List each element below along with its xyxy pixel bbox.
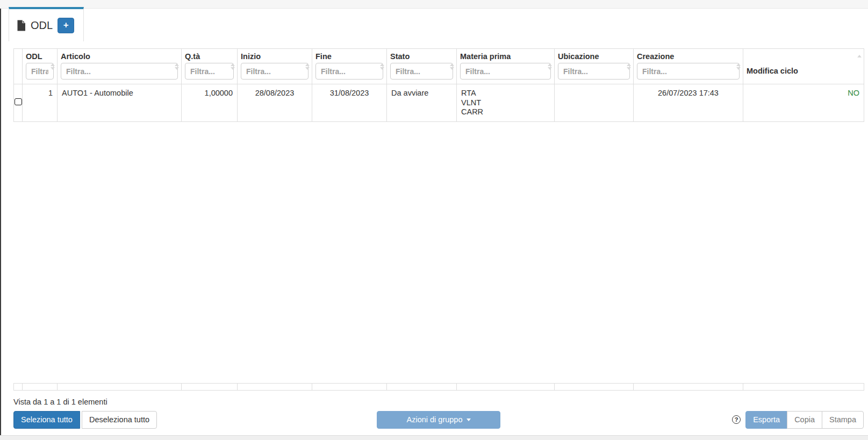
- cell-creazione: 26/07/2023 17:43: [634, 84, 743, 122]
- column-label-modifica-ciclo: Modifica ciclo: [743, 67, 864, 75]
- materia-prima-item: RTA: [461, 89, 550, 98]
- help-icon[interactable]: ?: [732, 415, 741, 424]
- cell-fine: 31/08/2023: [312, 84, 387, 122]
- row-checkbox[interactable]: [15, 98, 22, 105]
- cell-materia-prima: RTA VLNT CARR: [457, 84, 555, 122]
- cell-modifica-ciclo: NO: [743, 84, 864, 122]
- column-header-stato[interactable]: Stato: [387, 49, 457, 84]
- column-label-articolo: Articolo: [58, 52, 181, 61]
- filter-input-odl[interactable]: [26, 63, 54, 80]
- column-label-creazione: Creazione: [634, 52, 743, 61]
- window-edge: [0, 0, 1, 440]
- sort-icon[interactable]: [380, 63, 384, 70]
- select-all-button[interactable]: Seleziona tutto: [13, 411, 80, 429]
- column-header-creazione[interactable]: Creazione: [634, 49, 743, 84]
- column-label-qta: Q.tà: [182, 52, 237, 61]
- tab-title: ODL: [31, 19, 53, 32]
- cell-qta: 1,00000: [182, 84, 238, 122]
- column-header-modifica-ciclo[interactable]: Modifica ciclo: [743, 49, 864, 84]
- column-label-inizio: Inizio: [238, 52, 312, 61]
- filter-input-creazione[interactable]: [637, 63, 740, 80]
- column-label-materia-prima: Materia prima: [457, 52, 554, 61]
- pagination-info: Vista da 1 a 1 di 1 elementi: [13, 398, 868, 406]
- filter-input-inizio[interactable]: [241, 63, 309, 80]
- group-actions-button[interactable]: Azioni di gruppo: [377, 411, 500, 429]
- cell-articolo: AUTO1 - Automobile: [58, 84, 182, 122]
- export-button-group: Esporta Copia Stampa: [745, 411, 864, 429]
- sort-icon[interactable]: [231, 63, 235, 70]
- column-header-inizio[interactable]: Inizio: [238, 49, 312, 84]
- materia-prima-item: CARR: [461, 107, 550, 117]
- filter-input-fine[interactable]: [315, 63, 383, 80]
- group-actions-label: Azioni di gruppo: [407, 415, 463, 424]
- actions-toolbar: Seleziona tutto Deseleziona tutto Azioni…: [13, 411, 864, 429]
- table-row[interactable]: 1 AUTO1 - Automobile 1,00000 28/08/2023 …: [14, 84, 864, 122]
- sort-icon[interactable]: [305, 63, 310, 70]
- sort-icon[interactable]: [736, 63, 741, 70]
- chevron-down-icon: [467, 419, 471, 421]
- filter-input-stato[interactable]: [390, 63, 453, 80]
- sort-icon[interactable]: [857, 55, 862, 59]
- bottom-bar: [0, 435, 868, 440]
- filter-input-qta[interactable]: [185, 63, 234, 80]
- column-label-fine: Fine: [312, 52, 386, 61]
- copy-button[interactable]: Copia: [787, 411, 822, 429]
- sort-icon[interactable]: [450, 63, 454, 70]
- column-header-materia-prima[interactable]: Materia prima: [457, 49, 555, 84]
- deselect-all-button[interactable]: Deseleziona tutto: [82, 411, 157, 429]
- filter-input-materia-prima[interactable]: [460, 63, 551, 80]
- document-icon: [17, 20, 26, 31]
- sort-icon[interactable]: [627, 63, 631, 70]
- export-button[interactable]: Esporta: [745, 411, 787, 429]
- filter-input-ubicazione[interactable]: [558, 63, 630, 80]
- selection-button-group: Seleziona tutto Deseleziona tutto: [13, 411, 157, 429]
- column-header-qta[interactable]: Q.tà: [182, 49, 238, 84]
- table-empty-area: [14, 121, 864, 383]
- column-header-odl[interactable]: ODL: [23, 49, 58, 84]
- sort-icon[interactable]: [51, 63, 55, 70]
- column-header-fine[interactable]: Fine: [312, 49, 387, 84]
- column-header-ubicazione[interactable]: Ubicazione: [555, 49, 634, 84]
- column-header-articolo[interactable]: Articolo: [58, 49, 182, 84]
- cell-stato: Da avviare: [387, 84, 457, 122]
- column-label-ubicazione: Ubicazione: [555, 52, 633, 61]
- row-select-cell: [14, 84, 23, 122]
- column-header-select: [14, 49, 23, 84]
- materia-prima-item: VLNT: [461, 98, 550, 108]
- cell-odl: 1: [23, 84, 58, 122]
- table-footer-row: [14, 383, 864, 390]
- export-controls: ? Esporta Copia Stampa: [732, 411, 864, 429]
- tab-bar: ODL +: [0, 0, 868, 41]
- tab-odl[interactable]: ODL +: [9, 7, 84, 41]
- odl-table: ODL Articolo Q.tà Inizio Fine: [13, 48, 864, 391]
- column-label-odl: ODL: [23, 52, 57, 61]
- cell-inizio: 28/08/2023: [238, 84, 312, 122]
- filter-input-articolo[interactable]: [61, 63, 178, 80]
- print-button[interactable]: Stampa: [822, 411, 864, 429]
- column-label-stato: Stato: [387, 52, 456, 61]
- sort-icon[interactable]: [548, 63, 552, 70]
- sort-icon[interactable]: [175, 63, 179, 70]
- cell-ubicazione: [555, 84, 634, 122]
- table-header-row: ODL Articolo Q.tà Inizio Fine: [14, 49, 864, 84]
- add-tab-button[interactable]: +: [58, 18, 74, 33]
- tab-bar-strip: [0, 0, 868, 9]
